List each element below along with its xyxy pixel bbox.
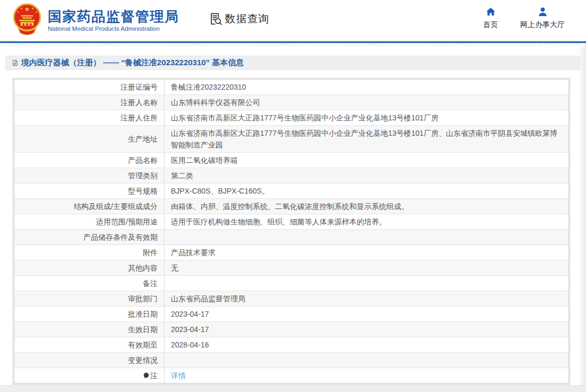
table-row: 型号规格 BJPX-C80S、BJPX-C160S。 [14, 184, 569, 199]
table-row: 生效日期 2023-04-17 [14, 322, 569, 337]
nav-home-label: 首页 [483, 20, 498, 30]
row-value: 由箱体、内胆、温度控制系统、二氧化碳浓度控制系统和显示系统组成。 [165, 199, 569, 214]
row-value: 2028-04-16 [165, 337, 569, 353]
table-row: 注册人名称 山东博科科学仪器有限公司 [14, 95, 569, 110]
table-row: 附件 产品技术要求 [14, 245, 569, 260]
row-value: 山东省济南市高新区大正路1777号生物医药园中小企业产业化基地13号楼101厂房 [165, 110, 569, 126]
row-label: 适用范围/预期用途 [14, 214, 165, 230]
table-row: 生产地址 山东省济南市高新区大正路1777号生物医药园中小企业产业化基地13号楼… [14, 126, 569, 153]
nav-item-service-hall[interactable]: 网上办事大厅 [520, 6, 565, 30]
note-balloon-icon [143, 372, 149, 379]
row-value: 2023-04-17 [165, 322, 569, 337]
nav-service-hall-label: 网上办事大厅 [520, 20, 565, 30]
table-row: 其他内容 无 [14, 260, 569, 276]
row-value [165, 353, 569, 368]
row-label: 管理类别 [14, 168, 165, 184]
row-value: BJPX-C80S、BJPX-C160S。 [165, 184, 569, 199]
table-row: 审批部门 山东省药品监督管理局 [14, 291, 569, 307]
top-nav: 首页 网上办事大厅 [483, 6, 565, 30]
row-label: 变更情况 [14, 353, 165, 368]
nav-item-home[interactable]: 首页 [483, 6, 498, 30]
table-row: 产品名称 医用二氧化碳培养箱 [14, 153, 569, 168]
row-label: 批准日期 [14, 307, 165, 322]
row-value [165, 276, 569, 291]
table-row: 变更情况 [14, 353, 569, 368]
data-query-label: 数据查询 [225, 12, 270, 26]
page-edge-shadow [578, 47, 586, 385]
row-label: 生产地址 [14, 126, 165, 153]
row-label: 注 [14, 368, 165, 384]
data-query-module[interactable]: 数据查询 [209, 12, 270, 26]
row-label: 生效日期 [14, 322, 165, 337]
table-row: 适用范围/预期用途 适用于医疗机构做生物细胞、组织、细菌等人体来源样本的培养。 [14, 214, 569, 230]
row-label: 其他内容 [14, 260, 165, 276]
home-icon [485, 6, 496, 18]
row-label: 备注 [14, 276, 165, 291]
row-value: 医用二氧化碳培养箱 [165, 153, 569, 168]
china-national-emblem-icon [11, 3, 43, 38]
row-label: 注册人名称 [14, 95, 165, 110]
detail-link[interactable]: 详情 [171, 371, 186, 380]
row-label: 注册人住所 [14, 110, 165, 126]
table-row: 备注 [14, 276, 569, 291]
row-label: 产品名称 [14, 153, 165, 168]
row-label: 产品储存条件及有效期 [14, 230, 165, 245]
registration-detail-table: 注册证编号 鲁械注准20232220310 注册人名称 山东博科科学仪器有限公司… [13, 78, 570, 385]
row-label: 审批部门 [14, 291, 165, 307]
row-value: 第二类 [165, 168, 569, 184]
org-name-en: National Medical Products Administration [48, 25, 179, 32]
row-value: 鲁械注准20232220310 [165, 80, 569, 95]
row-value [165, 230, 569, 245]
data-search-icon [209, 12, 223, 26]
row-value: 山东省药品监督管理局 [165, 291, 569, 307]
user-icon [537, 6, 548, 18]
row-label: 有效期至 [14, 337, 165, 353]
row-value: 无 [165, 260, 569, 276]
row-value: 山东省济南市高新区大正路1777号生物医药园中小企业产业化基地13号楼101厂房… [165, 126, 569, 153]
footer-strip [0, 385, 586, 392]
table-row: 结构及组成/主要组成成分 由箱体、内胆、温度控制系统、二氧化碳浓度控制系统和显示… [14, 199, 569, 214]
hatch-decoration [0, 43, 586, 46]
table-row: 产品储存条件及有效期 [14, 230, 569, 245]
row-label: 注册证编号 [14, 80, 165, 95]
table-row: 注册证编号 鲁械注准20232220310 [14, 80, 569, 95]
info-table-body: 注册证编号 鲁械注准20232220310 注册人名称 山东博科科学仪器有限公司… [14, 80, 569, 384]
brand-text: 国家药品监督管理局 National Medical Products Admi… [48, 9, 179, 32]
table-row: 批准日期 2023-04-17 [14, 307, 569, 322]
row-value: 2023-04-17 [165, 307, 569, 322]
row-value: 适用于医疗机构做生物细胞、组织、细菌等人体来源样本的培养。 [165, 214, 569, 230]
national-emblem-logo[interactable] [11, 2, 43, 40]
row-value: 山东博科科学仪器有限公司 [165, 95, 569, 110]
row-label: 附件 [14, 245, 165, 260]
row-value: 产品技术要求 [165, 245, 569, 260]
site-header: 国家药品监督管理局 National Medical Products Admi… [0, 0, 586, 41]
table-row: 注册人住所 山东省济南市高新区大正路1777号生物医药园中小企业产业化基地13号… [14, 110, 569, 126]
section-title: 境内医疗器械（注册） —— “鲁械注准20232220310” 基本信息 [21, 58, 244, 68]
row-label: 结构及组成/主要组成成分 [14, 199, 165, 214]
document-icon [12, 59, 19, 66]
row-value: 详情 [165, 368, 569, 384]
table-row: 管理类别 第二类 [14, 168, 569, 184]
table-row: 注 详情 [14, 368, 569, 384]
org-name-zh: 国家药品监督管理局 [48, 9, 179, 24]
table-row: 有效期至 2028-04-16 [14, 337, 569, 353]
row-label: 型号规格 [14, 184, 165, 199]
section-title-bar: 境内医疗器械（注册） —— “鲁械注准20232220310” 基本信息 [5, 56, 580, 70]
